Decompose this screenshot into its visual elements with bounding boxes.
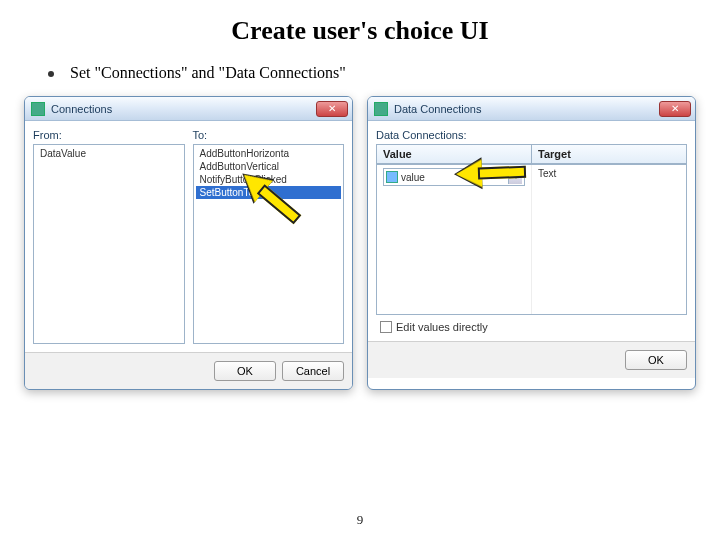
bullet-dot — [48, 71, 54, 77]
target-text: Text — [538, 168, 556, 179]
data-connections-label: Data Connections: — [376, 129, 687, 141]
to-label: To: — [193, 129, 345, 141]
slide-title: Create user's choice UI — [0, 0, 720, 46]
target-cell[interactable]: Text — [531, 165, 686, 314]
ok-button[interactable]: OK — [214, 361, 276, 381]
app-icon — [31, 102, 45, 116]
titlebar: Connections ✕ — [25, 97, 352, 121]
dialog-title: Connections — [51, 103, 316, 115]
list-item[interactable]: AddButtonHorizonta — [196, 147, 342, 160]
checkbox[interactable] — [380, 321, 392, 333]
ok-button[interactable]: OK — [625, 350, 687, 370]
edit-values-row[interactable]: Edit values directly — [376, 315, 687, 333]
app-icon — [374, 102, 388, 116]
button-bar: OK Cancel — [25, 352, 352, 389]
dialog-row: Connections ✕ From: DataValue To: AddBut… — [0, 82, 720, 390]
page-number: 9 — [0, 512, 720, 528]
list-item[interactable]: AddButtonVertical — [196, 160, 342, 173]
column-header-target[interactable]: Target — [531, 145, 686, 164]
from-listbox[interactable]: DataValue — [33, 144, 185, 344]
list-item[interactable]: DataValue — [36, 147, 182, 160]
dialog-title: Data Connections — [394, 103, 659, 115]
titlebar: Data Connections ✕ — [368, 97, 695, 121]
bullet-line: Set "Connections" and "Data Connections" — [0, 46, 720, 82]
connections-dialog: Connections ✕ From: DataValue To: AddBut… — [24, 96, 353, 390]
bullet-text: Set "Connections" and "Data Connections" — [70, 64, 346, 81]
combo-icon — [386, 171, 398, 183]
close-button[interactable]: ✕ — [316, 101, 348, 117]
callout-arrow — [456, 160, 527, 188]
edit-values-label: Edit values directly — [396, 321, 488, 333]
combo-text: value — [401, 172, 425, 183]
button-bar: OK — [368, 341, 695, 378]
from-label: From: — [33, 129, 185, 141]
data-connections-dialog: Data Connections ✕ Data Connections: Val… — [367, 96, 696, 390]
cancel-button[interactable]: Cancel — [282, 361, 344, 381]
close-button[interactable]: ✕ — [659, 101, 691, 117]
